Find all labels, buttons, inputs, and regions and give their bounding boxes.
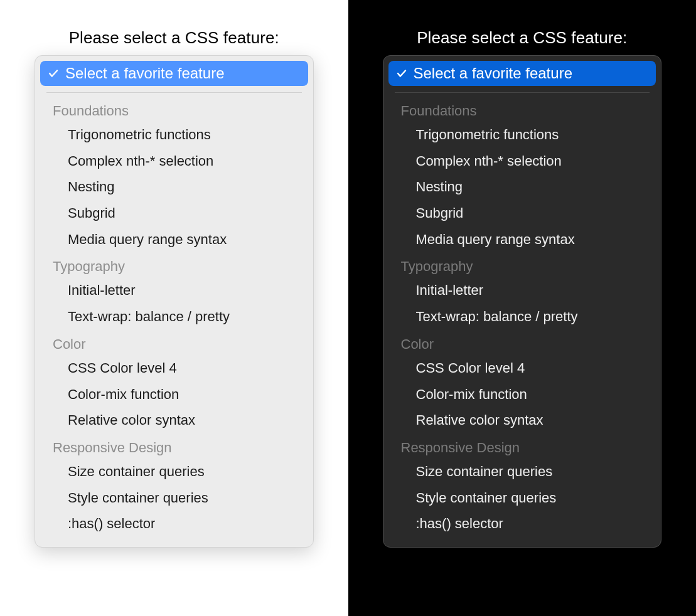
option-row[interactable]: Nesting bbox=[40, 174, 308, 200]
prompt-label: Please select a CSS feature: bbox=[417, 28, 627, 48]
option-row[interactable]: Complex nth-* selection bbox=[388, 148, 656, 174]
option-row[interactable]: Relative color syntax bbox=[388, 407, 656, 433]
group-label: Color bbox=[40, 330, 308, 355]
option-row[interactable]: Relative color syntax bbox=[40, 407, 308, 433]
option-row[interactable]: :has() selector bbox=[40, 511, 308, 537]
group-label: Foundations bbox=[388, 97, 656, 122]
selected-option-row[interactable]: Select a favorite feature bbox=[40, 61, 308, 86]
checkmark-icon bbox=[48, 68, 59, 79]
option-row[interactable]: Size container queries bbox=[40, 459, 308, 485]
group-label: Foundations bbox=[40, 97, 308, 122]
option-row[interactable]: Initial-letter bbox=[40, 277, 308, 304]
dark-mode-pane: Please select a CSS feature: Select a fa… bbox=[348, 0, 697, 616]
option-row[interactable]: Color-mix function bbox=[40, 381, 308, 408]
option-row[interactable]: Complex nth-* selection bbox=[40, 148, 308, 174]
option-row[interactable]: Color-mix function bbox=[388, 381, 656, 408]
checkmark-icon bbox=[396, 68, 407, 79]
divider bbox=[46, 92, 302, 93]
selected-option-label: Select a favorite feature bbox=[414, 65, 572, 82]
option-row[interactable]: Text-wrap: balance / pretty bbox=[388, 304, 656, 330]
light-mode-pane: Please select a CSS feature: Select a fa… bbox=[0, 0, 348, 616]
option-row[interactable]: Nesting bbox=[388, 174, 656, 200]
option-row[interactable]: Text-wrap: balance / pretty bbox=[40, 304, 308, 330]
option-row[interactable]: Subgrid bbox=[388, 200, 656, 226]
group-label: Typography bbox=[40, 252, 308, 277]
option-row[interactable]: Trigonometric functions bbox=[40, 122, 308, 148]
option-row[interactable]: Initial-letter bbox=[388, 277, 656, 304]
group-label: Responsive Design bbox=[388, 433, 656, 459]
option-row[interactable]: Style container queries bbox=[388, 485, 656, 511]
option-row[interactable]: :has() selector bbox=[388, 511, 656, 537]
option-groups: FoundationsTrigonometric functionsComple… bbox=[388, 97, 656, 537]
prompt-label: Please select a CSS feature: bbox=[69, 28, 279, 48]
option-row[interactable]: Media query range syntax bbox=[388, 226, 656, 253]
option-groups: FoundationsTrigonometric functionsComple… bbox=[40, 97, 308, 537]
option-row[interactable]: Subgrid bbox=[40, 200, 308, 226]
css-feature-dropdown[interactable]: Select a favorite feature FoundationsTri… bbox=[35, 55, 314, 548]
divider bbox=[395, 92, 650, 93]
option-row[interactable]: CSS Color level 4 bbox=[388, 355, 656, 381]
css-feature-dropdown[interactable]: Select a favorite feature FoundationsTri… bbox=[383, 55, 662, 548]
option-row[interactable]: Trigonometric functions bbox=[388, 122, 656, 148]
group-label: Responsive Design bbox=[40, 433, 308, 459]
option-row[interactable]: Size container queries bbox=[388, 459, 656, 485]
group-label: Typography bbox=[388, 252, 656, 277]
group-label: Color bbox=[388, 330, 656, 355]
selected-option-row[interactable]: Select a favorite feature bbox=[388, 61, 656, 86]
option-row[interactable]: CSS Color level 4 bbox=[40, 355, 308, 381]
option-row[interactable]: Media query range syntax bbox=[40, 226, 308, 253]
option-row[interactable]: Style container queries bbox=[40, 485, 308, 511]
selected-option-label: Select a favorite feature bbox=[65, 65, 224, 82]
